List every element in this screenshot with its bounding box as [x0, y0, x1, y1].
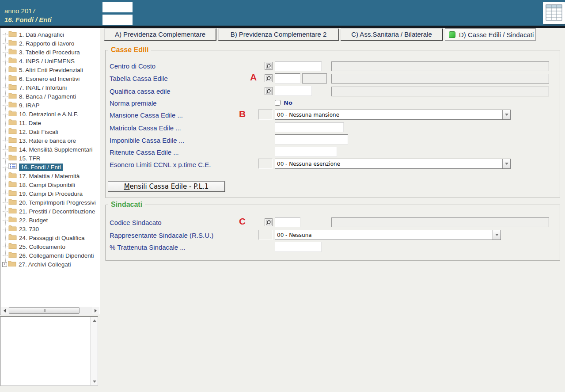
tree-connector: [3, 149, 8, 150]
tab-ass-sanitaria-bilaterale[interactable]: C) Ass.Sanitaria / Bilaterale: [341, 28, 443, 41]
tree-connector: [3, 194, 8, 194]
sidebar-item-label: 17. Malattia / Maternità: [19, 173, 80, 179]
notes-vertical-scrollbar[interactable]: [90, 317, 98, 385]
tabella-cassa-edile-input[interactable]: [275, 73, 300, 84]
folder-icon: [8, 198, 17, 206]
tab-casse-edili-sindacati[interactable]: D) Casse Edili / Sindacati: [445, 28, 536, 41]
expand-plus-icon[interactable]: +: [2, 262, 7, 267]
folder-icon: [8, 137, 17, 145]
ritenute-cassa-edile-label: Ritenute Cassa Edile ...: [110, 148, 179, 156]
codice-sindacato-label: Codice Sindacato: [110, 219, 162, 226]
sidebar-item-label: 22. Budget: [19, 217, 48, 224]
sidebar-item[interactable]: 23. 730: [0, 225, 100, 233]
tabella-cassa-edile-lookup-button[interactable]: [265, 74, 273, 82]
qualifica-cassa-edile-input[interactable]: [275, 86, 312, 96]
sidebar-item[interactable]: 10. Detrazioni e A.N.F.: [0, 110, 100, 118]
sidebar-item[interactable]: 14. Mensilità Supplementari: [0, 145, 100, 154]
chevron-down-icon[interactable]: [493, 230, 501, 240]
sidebar-item[interactable]: 13. Ratei e banca ore: [0, 136, 100, 145]
sidebar-item[interactable]: 12. Dati Fiscali: [0, 127, 100, 136]
norma-premiale-checkbox[interactable]: [275, 100, 281, 106]
sidebar-item[interactable]: 24. Passaggi di Qualifica: [0, 233, 100, 242]
chevron-down-icon[interactable]: [502, 110, 510, 119]
esonero-limiti-select[interactable]: 00 - Nessuna esenzione: [275, 159, 511, 169]
sidebar-item[interactable]: 2. Rapporto di lavoro: [0, 39, 100, 48]
sidebar-item-label: 11. Date: [19, 120, 41, 126]
folder-icon: [8, 110, 17, 118]
folder-icon: [8, 101, 17, 109]
sidebar-item[interactable]: 20. Tempi/Importi Progressivi: [0, 198, 100, 207]
mansione-cassa-edile-select[interactable]: 00 - Nessuna mansione: [275, 110, 511, 120]
sidebar-item-label: 5. Altri Enti Previdenziali: [19, 67, 83, 73]
ritenute-cassa-edile-input[interactable]: [275, 147, 337, 157]
sidebar-item[interactable]: 18. Campi Disponibili: [0, 180, 100, 189]
tab-previdenza-complementare-2[interactable]: B) Previdenza Complementare 2: [218, 28, 339, 41]
tree-horizontal-scrollbar[interactable]: [1, 307, 99, 314]
magnifier-icon: [266, 76, 272, 81]
tree-connector: [3, 88, 8, 88]
annotation-a: A: [250, 72, 257, 83]
qualifica-cassa-edile-description-field: [331, 87, 549, 96]
sidebar-item[interactable]: 26. Collegamenti Dipendenti: [0, 251, 100, 260]
sidebar-item-label: 4. INPS / UniEMENS: [19, 58, 75, 65]
tree-connector: [3, 123, 8, 123]
qualifica-cassa-edile-lookup-button[interactable]: [265, 87, 273, 95]
scrollbar-thumb[interactable]: [9, 307, 80, 314]
notes-panel[interactable]: [0, 316, 98, 386]
sidebar-item[interactable]: 19. Campi Di Procedura: [0, 189, 100, 198]
scroll-down-button[interactable]: [91, 378, 98, 385]
sidebar-item[interactable]: 4. INPS / UniEMENS: [0, 57, 100, 65]
sidebar-item[interactable]: 25. Collocamento: [0, 242, 100, 251]
centro-di-costo-description-field: [331, 61, 549, 71]
sidebar-item[interactable]: 1. Dati Anagrafici: [0, 30, 100, 39]
sidebar-item-label: 23. 730: [19, 226, 39, 232]
sidebar-item-label: 12. Dati Fiscali: [19, 129, 58, 135]
centro-di-costo-lookup-button[interactable]: [265, 62, 273, 70]
rappresentante-sindacale-select[interactable]: 00 - Nessuna: [275, 230, 501, 240]
sidebar-item[interactable]: 15. TFR: [0, 154, 100, 163]
tree-connector: [3, 238, 8, 238]
sidebar-item[interactable]: 9. IRAP: [0, 101, 100, 110]
mansione-cassa-edile-label: Mansione Cassa Edile ...: [110, 111, 183, 119]
magnifier-icon: [266, 63, 272, 69]
tree-connector: [3, 211, 8, 212]
sidebar-item[interactable]: 3. Tabelle di Procedura: [0, 48, 100, 57]
codice-sindacato-lookup-button[interactable]: [265, 218, 273, 226]
tree-connector: [3, 141, 8, 141]
matricola-cassa-edile-input[interactable]: [275, 122, 344, 132]
tab-label: D) Casse Edili / Sindacati: [459, 31, 534, 38]
centro-di-costo-label: Centro di Costo: [110, 62, 155, 70]
centro-di-costo-input[interactable]: [275, 61, 322, 71]
sidebar-item-label: 9. IRAP: [19, 102, 40, 109]
scroll-up-button[interactable]: [91, 317, 98, 324]
sidebar-item[interactable]: 5. Altri Enti Previdenziali: [0, 65, 100, 74]
sidebar-item[interactable]: 16. Fondi / Enti: [0, 163, 100, 171]
scroll-right-button[interactable]: [92, 307, 99, 314]
sidebar-item[interactable]: 17. Malattia / Maternità: [0, 171, 100, 180]
sidebar-item[interactable]: 6. Esonero ed Incentivi: [0, 74, 100, 83]
sidebar-item[interactable]: 11. Date: [0, 118, 100, 127]
sidebar-item[interactable]: 22. Budget: [0, 216, 100, 225]
sidebar-item[interactable]: 8. Banca / Pagamenti: [0, 92, 100, 101]
folder-icon: [8, 260, 16, 268]
sidebar-item-label: 14. Mensilità Supplementari: [19, 146, 93, 153]
sidebar-item-label: 15. TFR: [19, 155, 41, 162]
sidebar-item-label: 1. Dati Anagrafici: [19, 31, 64, 38]
scroll-left-button[interactable]: [1, 307, 8, 314]
imponibile-cassa-edile-input[interactable]: [275, 134, 348, 145]
trattenuta-sindacale-input[interactable]: [275, 242, 322, 252]
arrow-down-icon: [93, 381, 96, 383]
sidebar-item[interactable]: +27. Archivi Collegati: [0, 260, 100, 269]
tree-connector: [3, 114, 8, 114]
chevron-down-icon[interactable]: [502, 159, 510, 168]
sindacati-legend: Sindacati: [108, 201, 145, 209]
tab-previdenza-complementare[interactable]: A) Previdenza Complementare: [104, 28, 216, 41]
sidebar-item[interactable]: 7. INAIL / Infortuni: [0, 83, 100, 92]
tree-connector: [3, 220, 8, 221]
folder-icon: [8, 39, 17, 47]
rsu-code-box: [258, 230, 273, 240]
sidebar-item[interactable]: 21. Prestiti / Decontribuzione: [0, 207, 100, 216]
mensili-cassa-edile-button[interactable]: Mensili Cassa Edile - P.L.1: [108, 181, 225, 192]
tree-connector: [3, 43, 8, 44]
codice-sindacato-input[interactable]: [275, 217, 300, 227]
